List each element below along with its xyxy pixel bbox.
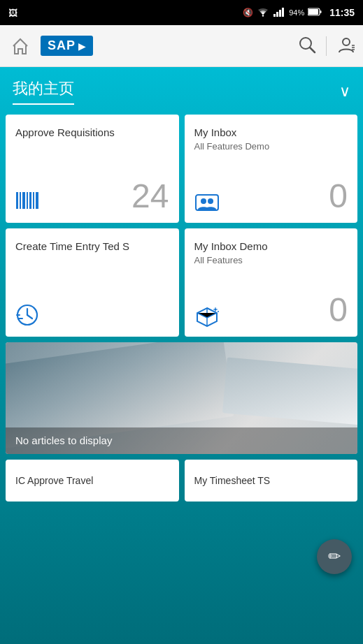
sap-logo: SAP ▶ bbox=[41, 36, 93, 56]
search-button[interactable] bbox=[298, 36, 316, 57]
bottom-tile-ic-approve-travel[interactable]: IC Approve Travel bbox=[6, 460, 179, 502]
svg-rect-2 bbox=[276, 12, 278, 17]
svg-rect-15 bbox=[20, 192, 21, 209]
status-bar: 🖼 🔇 94% 11:3 bbox=[0, 0, 363, 25]
tile-approve-requisitions[interactable]: Approve Requisitions 24 bbox=[6, 115, 179, 223]
status-icons: 🔇 94% 11:35 bbox=[243, 7, 355, 19]
sap-logo-text: SAP bbox=[48, 38, 76, 53]
bottom-tile-ic-label: IC Approve Travel bbox=[15, 475, 93, 486]
sap-logo-chevron: ▶ bbox=[78, 41, 86, 52]
screen-icon: 🖼 bbox=[8, 8, 17, 18]
svg-rect-1 bbox=[273, 14, 276, 17]
edit-icon: ✏ bbox=[328, 548, 341, 566]
tile-approve-count: 24 bbox=[131, 180, 169, 213]
svg-rect-7 bbox=[320, 10, 322, 13]
tile-approve-title: Approve Requisitions bbox=[15, 126, 169, 140]
tile-myinbox-demo-subtitle: All Features bbox=[194, 255, 348, 265]
fab-edit-button[interactable]: ✏ bbox=[317, 539, 352, 574]
wifi-icon bbox=[257, 7, 269, 19]
page-title: 我的主页 bbox=[13, 78, 74, 105]
news-text: No articles to display bbox=[15, 434, 112, 446]
home-button[interactable] bbox=[7, 33, 34, 59]
clock-icon bbox=[15, 303, 39, 327]
svg-point-10 bbox=[343, 38, 350, 45]
tile-myinbox-demo-count: 0 bbox=[329, 293, 348, 327]
tile-myinbox-demo-title: My Inbox Demo bbox=[194, 240, 348, 254]
news-overlay: No articles to display bbox=[6, 427, 357, 454]
status-time: 11:35 bbox=[329, 7, 355, 18]
tile-myinbox-all-title: My Inbox bbox=[194, 126, 348, 140]
signal-icon bbox=[273, 7, 285, 19]
chevron-down-icon[interactable]: ∨ bbox=[339, 82, 350, 101]
tile-create-time-entry[interactable]: Create Time Entry Ted S bbox=[6, 228, 179, 337]
svg-point-23 bbox=[208, 198, 213, 204]
tile-myinbox-demo[interactable]: My Inbox Demo All Features 0 bbox=[185, 228, 358, 337]
tiles-grid: Approve Requisitions 24 My Inbox All bbox=[0, 112, 363, 342]
svg-rect-19 bbox=[33, 192, 34, 209]
bottom-tiles: IC Approve Travel My Timesheet TS bbox=[0, 454, 363, 502]
svg-point-0 bbox=[262, 15, 264, 16]
tile-myinbox-all[interactable]: My Inbox All Features Demo 0 bbox=[185, 115, 358, 223]
battery-icon bbox=[308, 8, 322, 18]
bottom-tile-my-timesheet-ts[interactable]: My Timesheet TS bbox=[185, 460, 358, 502]
svg-rect-3 bbox=[279, 10, 281, 17]
svg-line-26 bbox=[27, 315, 32, 319]
nav-bar: SAP ▶ bbox=[0, 25, 363, 67]
svg-point-22 bbox=[201, 198, 206, 204]
tile-time-entry-title: Create Time Entry Ted S bbox=[15, 240, 169, 254]
tile-myinbox-all-subtitle: All Features Demo bbox=[194, 141, 348, 152]
barcode-icon bbox=[15, 188, 41, 213]
battery-percent: 94% bbox=[289, 8, 304, 17]
svg-point-31 bbox=[218, 311, 219, 312]
svg-rect-14 bbox=[16, 192, 18, 209]
page-header: 我的主页 ∨ bbox=[0, 67, 363, 112]
tile-myinbox-all-count: 0 bbox=[329, 180, 348, 213]
svg-rect-6 bbox=[308, 9, 318, 15]
svg-rect-18 bbox=[29, 192, 31, 209]
news-banner: No articles to display bbox=[6, 342, 357, 454]
box-icon bbox=[194, 306, 220, 327]
svg-line-9 bbox=[310, 47, 315, 52]
main-content: 我的主页 ∨ Approve Requisitions 24 bbox=[0, 67, 363, 644]
svg-rect-20 bbox=[36, 192, 38, 209]
mute-icon: 🔇 bbox=[243, 8, 253, 17]
svg-rect-4 bbox=[282, 8, 284, 17]
bottom-tile-ts-label: My Timesheet TS bbox=[194, 475, 271, 486]
profile-button[interactable] bbox=[336, 36, 356, 57]
svg-rect-16 bbox=[22, 192, 25, 209]
people-icon bbox=[194, 192, 220, 213]
svg-rect-17 bbox=[27, 192, 28, 209]
